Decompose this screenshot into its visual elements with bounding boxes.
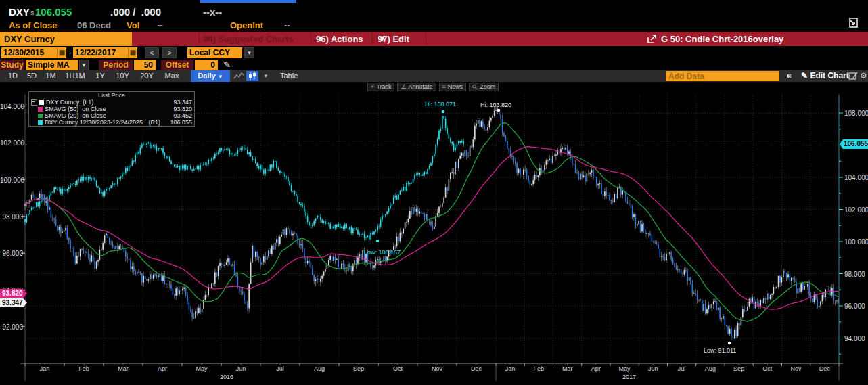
date-to-field[interactable]: 12/22/2017 [73,47,128,58]
chart-settings-icon[interactable] [848,71,859,81]
study-label: Study [0,60,24,70]
chart-legend: Last Price DXY Curncy (L1) 93.347 SMAVG … [28,91,195,127]
sma-line [25,123,838,321]
news-icon: ≡ [442,83,446,91]
zoom-button[interactable]: Zoom [469,83,499,91]
add-data-input[interactable] [666,71,779,81]
last-price: 106.055 [35,5,72,19]
date-range-separator: - [68,47,71,58]
series-swatch [38,114,43,118]
menu-divider [372,33,373,45]
calendar-icon[interactable]: ▦ [57,47,66,58]
range-1m[interactable]: 1M [42,70,60,82]
next-period-button[interactable]: > [162,47,177,58]
annotation-dot [728,342,731,345]
annotation-dot [442,110,445,114]
chevron-down-icon: ▼ [218,74,223,80]
series-swatch [39,100,44,105]
range-5d[interactable]: 5D [23,70,41,82]
chart-tools: +Track ∠Annotate ≡News Zoom [367,83,499,91]
prev-period-button[interactable]: < [145,47,159,58]
menu-divider [426,33,426,45]
study-bar: Study Simple MA ▾ Period 50 Offset 0 ✎ [0,60,868,70]
menu-divider [311,33,311,45]
menu-edit[interactable]: 97) Edit ▾ [378,32,380,46]
frequency-select[interactable]: Daily ▼ [191,70,230,82]
menu-actions[interactable]: 96) Actions ▾ [316,32,319,46]
date-from-field[interactable]: 12/30/2015 [1,47,57,58]
pencil-icon: ✎ [801,71,808,81]
calendar-icon[interactable]: ▦ [128,47,137,58]
drag-window-icon[interactable] [846,16,859,30]
security-input[interactable]: DXY Curncy [0,32,132,46]
vol-value: -- [157,19,163,32]
line-chart-icon[interactable] [233,71,245,81]
menu-suggested-charts[interactable]: 94) Suggested Charts ▾ [203,32,206,46]
range-10y[interactable]: 10Y [111,70,134,82]
annotate-button[interactable]: ∠Annotate [397,83,436,91]
price-prefix: s [30,7,35,17]
track-button[interactable]: +Track [367,83,394,91]
bid-ask: .000 / .000 [110,5,161,19]
chevron-down-icon: ▾ [319,31,323,45]
gear-icon[interactable]: ⚙ [860,70,867,82]
ticker-symbol: DXY [9,5,30,19]
range-max[interactable]: Max [161,70,183,82]
legend-item-dxy-l1[interactable]: DXY Curncy (L1) 93.347 [29,99,194,106]
chevron-down-icon: ▾ [380,31,385,45]
vol-label: Vol [127,19,139,32]
edit-chart-button[interactable]: ✎ Edit Chart [801,70,849,82]
chart-range-bar: 1D 5D 1M 1H1M 1Y 10Y 20Y Max Daily ▼ ▾ T… [0,70,868,83]
annotation-dot [376,240,380,243]
ma-price-badge: 93.820 [0,289,27,298]
legend-item-dxy-r1[interactable]: DXY Curncy 12/30/2023-12/24/2025 (R1) 10… [29,119,194,126]
table-button[interactable]: Table [280,70,298,82]
as-of-date: 06 Decd [77,19,111,32]
magnifier-icon [472,84,478,90]
series-swatch [38,107,43,112]
popout-icon[interactable] [647,34,657,44]
chevron-down-icon[interactable]: ▾ [79,60,89,70]
news-button[interactable]: ≡News [439,83,467,91]
bloomberg-terminal-window: 104.000102.000100.00098.00096.00094.0009… [0,0,868,385]
open-int-value: -- [284,19,290,32]
open-int-label: OpenInt [230,19,263,32]
chart-template-title: G 50: Cndle Chrt-2016overlay [661,32,783,46]
range-1d[interactable]: 1D [4,70,22,82]
quote-row-asof: As of Close 06 Decd Vol -- OpenInt -- [0,19,868,32]
annotation-dot [497,109,501,112]
collapse-panel-button[interactable]: « [781,70,797,82]
chevron-down-icon[interactable]: ▾ [244,47,254,58]
collapse-tree-icon[interactable] [31,99,37,106]
crosshair-icon: + [371,83,374,91]
as-of-label: As of Close [9,19,58,32]
period-input[interactable]: 50 [134,60,156,70]
currency-select[interactable]: Local CCY [187,47,242,58]
chevron-down-icon[interactable]: ▾ [261,70,271,82]
menu-divider [199,33,200,45]
period-label: Period [99,60,133,70]
candle-chart-icon[interactable] [246,71,258,81]
annotate-icon: ∠ [401,83,406,91]
last-price-badge-left: 93.347 [0,298,27,307]
date-range-bar: 12/30/2015 ▦ - 12/22/2017 ▦ < > Local CC… [0,46,868,60]
chevron-down-icon: ▾ [206,31,210,45]
volume-cross: --x-- [203,5,222,19]
series-swatch [38,120,43,125]
last-price-badge-right: 106.055 [840,139,868,149]
function-menu-bar: DXY Curncy 94) Suggested Charts ▾ 96) Ac… [0,32,868,46]
offset-label: Offset [161,60,193,70]
candle-series-1 [24,115,464,242]
range-1y[interactable]: 1Y [91,70,110,82]
legend-title: Last Price [29,92,194,99]
sma-line [25,147,838,310]
legend-item-smavg20[interactable]: SMAVG (20) on Close 93.452 [29,112,194,119]
edit-study-icon[interactable]: ✎ [223,60,231,70]
range-1h1m[interactable]: 1H1M [61,70,89,82]
candle-series-0 [24,106,839,340]
offset-input[interactable]: 0 [195,60,218,70]
study-select[interactable]: Simple MA [26,60,78,70]
legend-item-smavg50[interactable]: SMAVG (50) on Close 93.820 [29,106,194,112]
range-20y[interactable]: 20Y [135,70,158,82]
quote-row-price: DXY s 106.055 .000 / .000 --x-- [0,5,868,19]
